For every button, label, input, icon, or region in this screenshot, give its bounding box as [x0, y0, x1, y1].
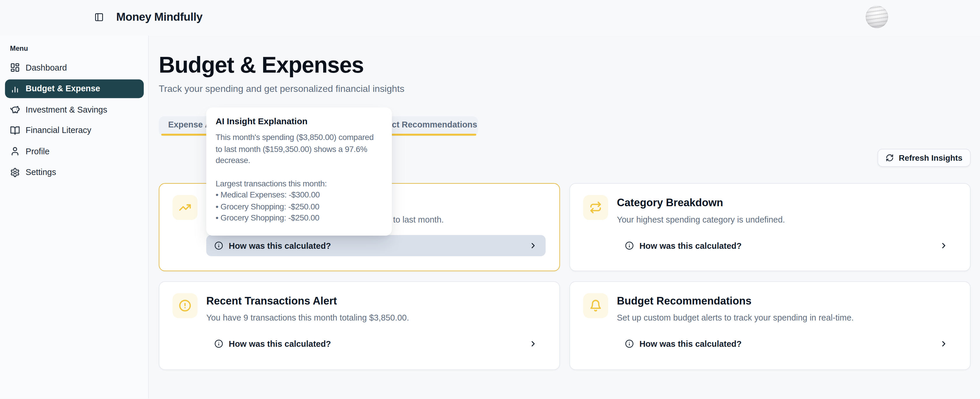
tooltip-text-line: decrease. — [216, 155, 382, 167]
sidebar-item-label: Investment & Savings — [25, 105, 107, 114]
sidebar-item-label: Profile — [25, 146, 49, 156]
card-recent-transactions: Recent Transactions Alert You have 9 tra… — [159, 281, 560, 370]
sidebar: Menu Dashboard Budget & Expense Investme… — [0, 36, 149, 399]
tooltip-spacer — [216, 167, 382, 178]
how-calculated-link[interactable]: How was this calculated? — [206, 333, 546, 354]
tooltip-text-line: This month's spending ($3,850.00) compar… — [216, 132, 382, 143]
chevron-right-icon — [939, 340, 948, 348]
ai-insight-tooltip: AI Insight Explanation This month's spen… — [206, 108, 392, 236]
info-icon[interactable] — [215, 241, 223, 250]
sidebar-toggle-icon[interactable] — [94, 13, 104, 22]
avatar[interactable] — [865, 6, 888, 28]
chevron-right-icon — [529, 340, 538, 348]
trending-up-icon — [172, 195, 197, 220]
gear-icon — [10, 167, 20, 177]
chevron-right-icon — [939, 241, 948, 250]
chevron-right-icon — [529, 241, 538, 250]
tooltip-title: AI Insight Explanation — [216, 116, 382, 126]
sidebar-item-profile[interactable]: Profile — [5, 142, 144, 161]
sidebar-item-investment-savings[interactable]: Investment & Savings — [5, 100, 144, 119]
bell-icon — [583, 293, 608, 318]
how-calculated-link[interactable]: How was this calculated? — [617, 235, 956, 256]
sidebar-item-label: Budget & Expense — [25, 84, 100, 93]
sidebar-nav: Dashboard Budget & Expense Investment & … — [5, 58, 144, 184]
card-category-breakdown: Category Breakdown Your highest spending… — [570, 183, 970, 271]
page-subtitle: Track your spending and get personalized… — [159, 83, 404, 94]
card-subtitle: Set up custom budget alerts to track you… — [617, 313, 854, 323]
tooltip-list-item: • Grocery Shopping: -$250.00 — [216, 201, 382, 213]
card-title: Category Breakdown — [617, 197, 723, 210]
sidebar-item-financial-literacy[interactable]: Financial Literacy — [5, 121, 144, 140]
user-icon — [10, 146, 20, 156]
sidebar-item-dashboard[interactable]: Dashboard — [5, 58, 144, 77]
dashboard-icon — [10, 62, 20, 72]
piggy-bank-icon — [10, 105, 20, 114]
app-title: Money Mindfully — [116, 10, 203, 24]
sidebar-item-budget-expense[interactable]: Budget & Expense — [5, 79, 144, 98]
alert-circle-icon — [172, 293, 197, 318]
app-window: Money Mindfully Menu Dashboard Budget & … — [0, 0, 980, 399]
tooltip-list-header: Largest transactions this month: — [216, 178, 382, 189]
book-open-icon — [10, 126, 20, 135]
how-calculated-label: How was this calculated? — [640, 339, 741, 348]
sidebar-item-settings[interactable]: Settings — [5, 163, 144, 181]
card-subtitle: Your highest spending category is undefi… — [617, 215, 785, 224]
card-title: Budget Recommendations — [617, 295, 751, 307]
tooltip-text-line: to last month ($159,350.00) shows a 97.6… — [216, 143, 382, 155]
sidebar-section-label: Menu — [10, 45, 28, 52]
how-calculated-label: How was this calculated? — [229, 241, 331, 250]
refresh-insights-label: Refresh Insights — [899, 153, 963, 162]
page-title: Budget & Expenses — [159, 52, 364, 78]
info-icon[interactable] — [625, 340, 634, 348]
repeat-icon — [583, 195, 608, 220]
refresh-icon — [886, 154, 894, 162]
card-subtitle-fragment: to last month. — [393, 215, 444, 224]
how-calculated-label: How was this calculated? — [229, 339, 331, 348]
card-subtitle: You have 9 transactions this month total… — [206, 313, 409, 323]
refresh-insights-button[interactable]: Refresh Insights — [878, 149, 970, 167]
how-calculated-link[interactable]: How was this calculated? — [206, 235, 546, 256]
info-icon[interactable] — [625, 241, 634, 250]
sidebar-item-label: Settings — [25, 167, 56, 177]
top-bar: Money Mindfully — [0, 0, 980, 36]
bar-chart-icon — [10, 83, 20, 93]
sidebar-item-label: Dashboard — [25, 63, 67, 72]
tooltip-list-item: • Medical Expenses: -$300.00 — [216, 189, 382, 201]
card-title: Recent Transactions Alert — [206, 295, 337, 307]
how-calculated-link[interactable]: How was this calculated? — [617, 333, 956, 354]
card-budget-recommendations: Budget Recommendations Set up custom bud… — [570, 281, 970, 370]
sidebar-item-label: Financial Literacy — [25, 126, 91, 135]
how-calculated-label: How was this calculated? — [640, 241, 741, 250]
info-icon[interactable] — [215, 340, 223, 348]
tooltip-list-item: • Grocery Shopping: -$250.00 — [216, 213, 382, 224]
